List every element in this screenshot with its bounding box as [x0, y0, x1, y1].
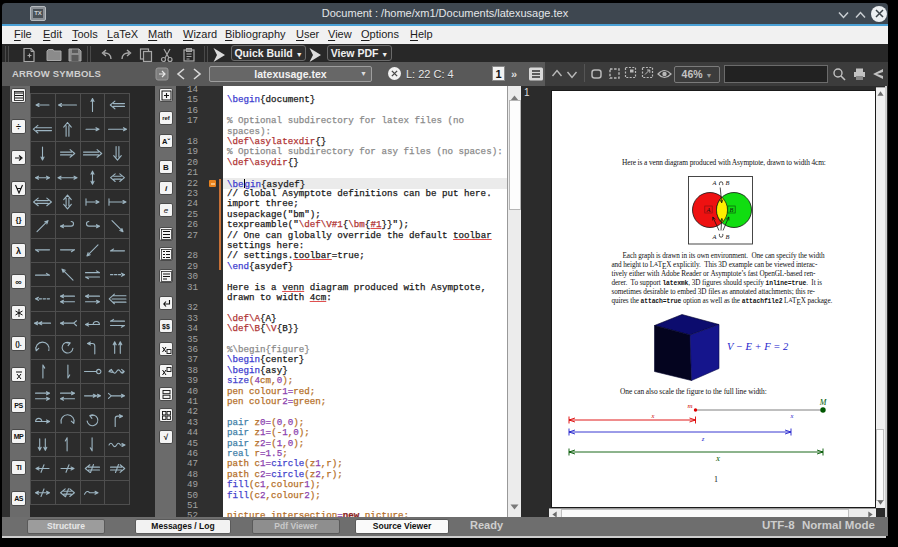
svg-text:x: x — [651, 412, 655, 419]
svg-text:B: B — [726, 179, 730, 186]
svg-text:x: x — [790, 412, 794, 419]
svg-text:X: X — [715, 455, 721, 463]
svg-text:A: A — [712, 179, 717, 186]
svg-text:m: m — [687, 402, 692, 410]
svg-text:M: M — [819, 398, 828, 407]
svg-text:A: A — [712, 233, 717, 240]
svg-text:B: B — [730, 206, 734, 213]
svg-text:B: B — [726, 233, 730, 240]
svg-text:z: z — [701, 435, 705, 442]
svg-text:A: A — [706, 206, 711, 213]
